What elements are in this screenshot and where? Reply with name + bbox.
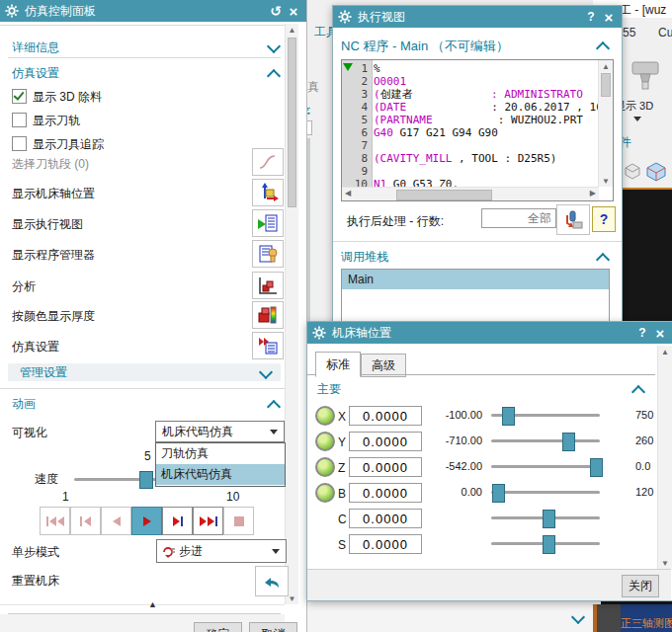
axis-b-value-input[interactable] — [349, 483, 422, 503]
cancel-button[interactable]: 取消 — [249, 622, 297, 632]
checkbox-show-toolpath[interactable] — [12, 113, 27, 127]
axis-s-value-input[interactable] — [349, 534, 422, 554]
step-backward-button[interactable] — [70, 507, 101, 535]
axis-z-value-input[interactable] — [349, 457, 422, 477]
help-button[interactable]: ? — [592, 206, 616, 232]
reset-dialog-icon[interactable]: ↺ — [267, 2, 285, 20]
checkbox-label: 显示刀具追踪 — [33, 136, 104, 153]
step-mode-dropdown[interactable]: 步进 — [156, 539, 287, 563]
axis-s-slider-thumb[interactable] — [543, 535, 555, 554]
simulation-control-panel: 仿真控制面板 ↺ × ▲ ▼ 详细信息 仿真设置 显示 3D 除料 显示刀轨 显… — [0, 0, 307, 632]
lines-count-input[interactable] — [481, 208, 556, 228]
speed-slider-thumb[interactable] — [139, 471, 153, 489]
display-3d-caret-icon[interactable] — [633, 117, 641, 121]
scroll-left-icon[interactable]: ◀ — [345, 189, 351, 198]
axis-b-slider-thumb[interactable] — [492, 484, 505, 503]
panel-collapse-handle-icon[interactable]: ▲ — [148, 599, 157, 609]
callstack-chevron-icon[interactable] — [596, 253, 610, 267]
panel-scrollbar[interactable]: ▲ ▼ — [285, 24, 298, 604]
axis-z-label: Z — [338, 461, 345, 475]
show-execution-view-button[interactable] — [252, 209, 284, 237]
scroll-up-icon[interactable]: ▲ — [599, 60, 613, 72]
scrollbar-thumb[interactable] — [396, 190, 492, 200]
blank-body-icon[interactable] — [622, 161, 643, 181]
axis-c-value-input[interactable] — [349, 509, 422, 528]
thickness-by-color-icon — [257, 305, 279, 325]
workpiece-box-icon[interactable] — [644, 160, 668, 182]
skip-to-start-button[interactable] — [40, 507, 70, 535]
play-to-next-button[interactable] — [162, 507, 193, 535]
scrollbar-thumb[interactable] — [601, 73, 611, 97]
postprocess-button[interactable] — [556, 204, 590, 235]
close-button[interactable]: 关闭 — [622, 575, 659, 597]
ribbon-fragment-cu: Cu — [658, 26, 672, 40]
analysis-button[interactable] — [252, 272, 284, 299]
milling-tool-icon[interactable] — [627, 54, 666, 94]
axis-c-slider-thumb[interactable] — [543, 510, 555, 528]
details-chevron-icon[interactable] — [267, 40, 281, 53]
axis-z-slider-thumb[interactable] — [590, 458, 603, 477]
axis-c-label: C — [338, 513, 347, 526]
checkbox-show-3d-material-removal[interactable] — [12, 89, 27, 104]
axis-y-slider-track[interactable] — [491, 439, 600, 442]
reset-machine-button[interactable] — [255, 566, 289, 596]
select-toolpath-segment-button[interactable] — [252, 148, 284, 176]
code-vertical-scrollbar[interactable]: ▲ ▼ — [598, 60, 613, 187]
scrollbar-thumb[interactable] — [288, 38, 296, 207]
nc-code-viewer[interactable]: 1% 2O0001 3(创建者 : ADMINISTRATO 4(DATE : … — [341, 59, 614, 201]
execution-view-titlebar[interactable]: 执行视图 ? × — [333, 6, 622, 28]
sim-settings-chevron-icon[interactable] — [267, 69, 281, 83]
section-sim-settings-header[interactable]: 仿真设置 — [12, 65, 59, 82]
main-section-header: 主要 — [317, 381, 341, 398]
help-icon[interactable]: ? — [633, 324, 651, 342]
visualization-label: 可视化 — [12, 425, 47, 441]
machine-axis-title: 机床轴位置 — [332, 325, 633, 342]
axis-y-slider-thumb[interactable] — [562, 433, 575, 451]
axis-z-slider-track[interactable] — [491, 465, 600, 468]
nc-program-chevron-icon[interactable] — [596, 41, 610, 55]
help-icon[interactable]: ? — [582, 8, 600, 26]
program-manager-icon — [257, 244, 279, 264]
axis-b-slider-track[interactable] — [491, 491, 600, 494]
close-icon[interactable]: × — [285, 2, 302, 20]
section-details-header[interactable]: 详细信息 — [12, 40, 59, 56]
checkbox-show-tool-trace[interactable] — [12, 136, 27, 151]
postprocess-lines-label: 执行后处理 - 行数: — [347, 213, 444, 230]
simulation-panel-titlebar[interactable]: 仿真控制面板 ↺ × — [0, 0, 306, 22]
thickness-by-color-button[interactable] — [252, 301, 284, 329]
animation-chevron-icon[interactable] — [267, 400, 281, 414]
visualization-dropdown[interactable]: 机床代码仿真 — [155, 421, 285, 442]
play-button[interactable] — [131, 507, 162, 535]
main-section-chevron-icon[interactable] — [631, 385, 645, 399]
animation-header[interactable]: 动画 — [12, 396, 36, 413]
axis-x-slider-thumb[interactable] — [502, 407, 515, 426]
help-question-icon: ? — [600, 211, 609, 227]
stop-button[interactable] — [223, 507, 254, 535]
step-mode-value: 步进 — [179, 543, 203, 560]
scroll-up-icon[interactable]: ▲ — [286, 24, 298, 36]
manage-settings-group[interactable]: 管理设置 — [8, 363, 281, 381]
machine-axis-titlebar[interactable]: 机床轴位置 ? × — [307, 322, 672, 344]
dropdown-option-machine-code-sim[interactable]: 机床代码仿真 — [156, 464, 285, 485]
scroll-right-icon[interactable]: ▶ — [590, 189, 596, 198]
dropdown-option-toolpath-sim[interactable]: 刀轨仿真 — [156, 443, 285, 464]
skip-to-end-button[interactable] — [193, 507, 223, 535]
show-program-manager-button[interactable] — [252, 240, 284, 268]
code-horizontal-scrollbar[interactable]: ◀ ▶ — [342, 187, 599, 200]
callstack-item-main[interactable]: Main — [342, 270, 609, 289]
scroll-up-icon[interactable]: ▲ — [658, 346, 672, 357]
scroll-down-icon[interactable]: ▼ — [599, 175, 613, 187]
ok-button[interactable]: 确定 — [194, 622, 242, 632]
close-icon[interactable]: × — [651, 324, 669, 342]
play-backward-button[interactable] — [101, 507, 131, 535]
show-machine-axis-button[interactable] — [252, 179, 284, 206]
tab-standard[interactable]: 标准 — [315, 352, 361, 377]
simulation-settings-button[interactable] — [252, 332, 284, 359]
scroll-down-icon[interactable]: ▼ — [658, 557, 672, 569]
dialog-scrollbar[interactable]: ▲ ▼ — [657, 346, 672, 569]
axis-y-value-input[interactable] — [349, 432, 422, 451]
axis-y-label: Y — [338, 435, 346, 449]
close-icon[interactable]: × — [600, 8, 618, 26]
simulation-settings-icon — [257, 336, 279, 356]
axis-x-value-input[interactable] — [349, 406, 422, 426]
